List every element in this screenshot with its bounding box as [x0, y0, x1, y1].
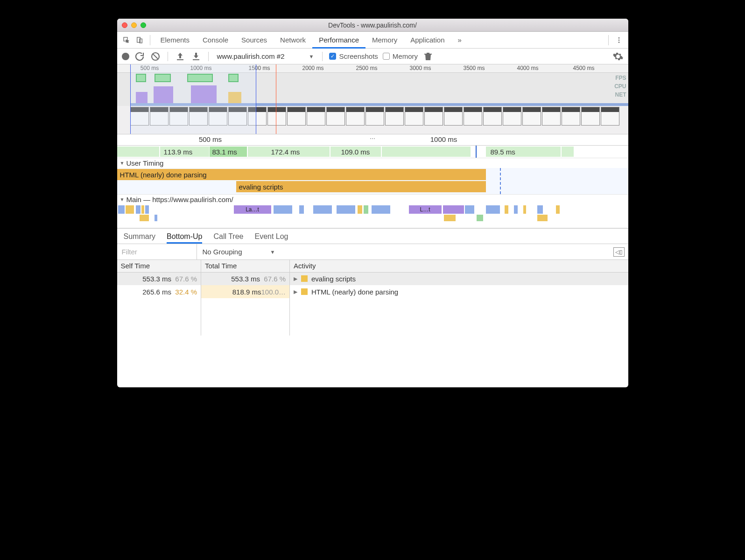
task-slice[interactable]: [465, 205, 474, 214]
col-self-time[interactable]: Self Time: [117, 260, 201, 272]
screenshot-thumb[interactable]: [464, 107, 482, 126]
screenshot-thumb[interactable]: [542, 107, 561, 126]
task-slice[interactable]: [523, 205, 526, 214]
task-slice[interactable]: [136, 205, 141, 214]
screenshot-thumb[interactable]: [346, 107, 365, 126]
task-slice[interactable]: [274, 205, 292, 214]
screenshot-thumb[interactable]: [503, 107, 521, 126]
main-thread-header[interactable]: ▼ Main — https://www.paulirish.com/: [117, 195, 628, 204]
flamechart-tracks[interactable]: ▶ Frames 113.9 ms 83.1 ms 172.4 ms 109.0…: [117, 146, 628, 228]
screenshot-thumb[interactable]: [248, 107, 267, 126]
screenshot-thumb[interactable]: [405, 107, 423, 126]
device-toolbar-icon[interactable]: [133, 34, 146, 47]
task-slice[interactable]: [556, 205, 560, 214]
screenshot-thumb[interactable]: [287, 107, 306, 126]
table-row[interactable]: 265.6 ms 32.4 % 818.9 ms100.0… ▶ HTML (n…: [117, 285, 628, 298]
screenshot-thumb[interactable]: [307, 107, 325, 126]
screenshot-thumb[interactable]: [562, 107, 580, 126]
filter-input[interactable]: [117, 245, 197, 259]
overview-timeline[interactable]: 500 ms 1000 ms 1500 ms 2000 ms 2500 ms 3…: [117, 64, 628, 134]
table-row[interactable]: 553.3 ms 67.6 % 553.3 ms 67.6 % ▶ evalin…: [117, 272, 628, 285]
task-slice[interactable]: La…t: [234, 205, 271, 214]
screenshot-thumb[interactable]: [189, 107, 208, 126]
screenshot-thumb[interactable]: [267, 107, 286, 126]
frame-segment[interactable]: [562, 147, 574, 157]
clear-icon[interactable]: [150, 51, 161, 62]
tab-bottom-up[interactable]: Bottom-Up: [167, 232, 202, 244]
frame-segment[interactable]: [382, 147, 471, 157]
tab-elements[interactable]: Elements: [154, 32, 197, 49]
tab-memory[interactable]: Memory: [365, 32, 404, 49]
task-slice[interactable]: [299, 205, 304, 214]
task-slice[interactable]: [145, 205, 149, 214]
load-profile-icon[interactable]: [175, 51, 186, 62]
user-timing-bar[interactable]: evaling scripts: [236, 181, 486, 192]
tab-summary[interactable]: Summary: [124, 232, 155, 244]
capture-settings-icon[interactable]: [612, 51, 624, 62]
screenshot-thumb[interactable]: [228, 107, 247, 126]
user-timing-bars[interactable]: HTML (nearly) done parsing evaling scrip…: [117, 168, 628, 194]
task-slice[interactable]: [141, 205, 144, 214]
task-slice[interactable]: [155, 215, 157, 221]
screenshot-thumb[interactable]: [483, 107, 502, 126]
screenshot-thumb[interactable]: [424, 107, 443, 126]
task-slice[interactable]: [364, 205, 368, 214]
inspect-element-icon[interactable]: [120, 34, 133, 47]
screenshot-thumb[interactable]: [209, 107, 227, 126]
task-slice[interactable]: [140, 215, 149, 221]
tabs-overflow-button[interactable]: »: [451, 32, 468, 49]
heaviest-stack-toggle-icon[interactable]: ◁▯: [613, 247, 625, 257]
main-thread-flamechart[interactable]: La…t L…t: [117, 204, 628, 228]
flamechart-ruler[interactable]: 500 ms 1000 ms ⋯: [117, 134, 628, 146]
tab-performance[interactable]: Performance: [312, 32, 365, 49]
task-slice[interactable]: [337, 205, 355, 214]
frames-row[interactable]: ▶ Frames 113.9 ms 83.1 ms 172.4 ms 109.0…: [117, 146, 628, 158]
task-slice[interactable]: L…t: [409, 205, 442, 214]
expand-icon[interactable]: ▶: [294, 276, 297, 282]
col-total-time[interactable]: Total Time: [201, 260, 290, 272]
recording-select[interactable]: www.paulirish.com #2 ▼: [215, 52, 316, 60]
task-slice[interactable]: [537, 215, 548, 221]
user-timing-bar[interactable]: HTML (nearly) done parsing: [117, 169, 486, 180]
expand-icon[interactable]: ▶: [294, 289, 297, 295]
reload-record-icon[interactable]: [134, 51, 145, 62]
timeline-cursor[interactable]: [476, 146, 477, 158]
task-slice[interactable]: [444, 215, 456, 221]
screenshot-thumb[interactable]: [169, 107, 188, 126]
garbage-collect-icon[interactable]: [422, 51, 434, 62]
screenshot-thumb[interactable]: [385, 107, 404, 126]
more-options-icon[interactable]: [612, 34, 626, 47]
screenshot-thumb[interactable]: [365, 107, 384, 126]
screenshots-checkbox[interactable]: ✓ Screenshots: [329, 52, 378, 60]
task-slice[interactable]: [313, 205, 332, 214]
task-slice[interactable]: [443, 205, 464, 214]
tab-event-log[interactable]: Event Log: [254, 232, 288, 244]
task-slice[interactable]: [486, 205, 500, 214]
screenshot-thumb[interactable]: [601, 107, 619, 126]
frame-segment[interactable]: [117, 147, 159, 157]
task-slice[interactable]: [358, 205, 362, 214]
grouping-select[interactable]: No Grouping ▼: [197, 244, 281, 259]
record-button[interactable]: [122, 53, 129, 60]
screenshot-thumb[interactable]: [522, 107, 541, 126]
task-slice[interactable]: [505, 205, 508, 214]
screenshot-thumb[interactable]: [581, 107, 600, 126]
task-slice[interactable]: [372, 205, 390, 214]
tab-call-tree[interactable]: Call Tree: [213, 232, 243, 244]
memory-checkbox[interactable]: Memory: [383, 52, 418, 60]
tab-network[interactable]: Network: [274, 32, 312, 49]
tab-application[interactable]: Application: [404, 32, 451, 49]
task-slice[interactable]: [514, 205, 518, 214]
tab-console[interactable]: Console: [196, 32, 235, 49]
screenshot-thumb[interactable]: [130, 107, 149, 126]
screenshot-thumb[interactable]: [326, 107, 345, 126]
task-slice[interactable]: [118, 205, 125, 214]
task-slice[interactable]: [477, 215, 483, 221]
user-timing-header[interactable]: ▼ User Timing: [117, 158, 628, 168]
save-profile-icon[interactable]: [190, 51, 202, 62]
task-slice[interactable]: [537, 205, 543, 214]
tab-sources[interactable]: Sources: [235, 32, 274, 49]
screenshot-thumb[interactable]: [444, 107, 463, 126]
task-slice[interactable]: [126, 205, 134, 214]
col-activity[interactable]: Activity: [290, 260, 628, 272]
